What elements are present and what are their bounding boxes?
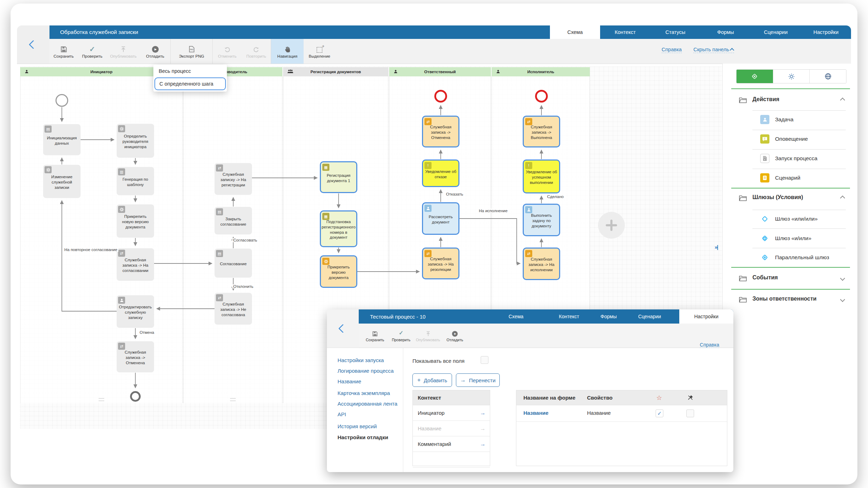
section-actions[interactable]: Действия xyxy=(723,96,851,105)
add-node-button[interactable] xyxy=(598,212,625,239)
start-event[interactable] xyxy=(55,94,68,107)
palette-item-notification[interactable]: Оповещение xyxy=(760,134,808,144)
help-link[interactable]: Справка xyxy=(700,342,719,348)
flow-node[interactable]: ⇄ Служебная записка -> Не согласована xyxy=(215,293,252,325)
validate-button[interactable]: ✓ Проверить xyxy=(388,326,415,345)
section-gateways[interactable]: Шлюзы (Условия) xyxy=(723,194,851,203)
tab-context[interactable]: Контекст xyxy=(600,25,650,39)
palette-tab-zones[interactable] xyxy=(810,70,846,83)
save-button[interactable]: Сохранить xyxy=(362,326,388,345)
flow-node[interactable]: ⇄ Служебная записка -> Отменена xyxy=(422,116,459,147)
flow-node[interactable]: ▥ Генерация по шаблону xyxy=(117,167,154,195)
menu-item-associated-feed[interactable]: Ассоциированная лента xyxy=(338,401,397,407)
section-responsibility-zones[interactable]: Зоны ответственности xyxy=(723,296,851,304)
table-row[interactable]: Название Название ✓ xyxy=(516,405,727,422)
palette-item-gateway-xor[interactable]: Шлюз «или/или» xyxy=(760,214,818,224)
flow-node[interactable]: ▤ Согласование xyxy=(215,249,252,278)
tab-settings[interactable]: Настройки xyxy=(679,309,733,324)
validate-button[interactable]: ✓ Проверить xyxy=(78,39,107,64)
transfer-arrow-icon[interactable]: → xyxy=(480,441,486,447)
tab-context[interactable]: Контекст xyxy=(559,309,579,324)
table-row[interactable]: Комментарий → xyxy=(413,436,490,452)
palette-tab-settings[interactable] xyxy=(773,70,810,83)
palette-item-gateway-parallel[interactable]: Параллельный шлюз xyxy=(760,252,829,262)
tab-forms[interactable]: Формы xyxy=(700,25,751,39)
add-button[interactable]: + Добавить xyxy=(412,373,452,387)
flow-node[interactable]: ⇄ Служебная записка -> На согласовании xyxy=(117,248,154,281)
menu-item-version-history[interactable]: История версий xyxy=(338,423,377,429)
redo-button[interactable]: Повторить xyxy=(242,39,271,64)
end-event[interactable] xyxy=(130,391,141,402)
flow-node[interactable]: ! Уведомление об отказе xyxy=(422,159,459,187)
table-row[interactable]: Название → xyxy=(413,421,490,436)
lane-resize-handle[interactable] xyxy=(230,398,236,401)
transfer-arrow-icon[interactable]: → xyxy=(480,410,486,416)
end-event-cancelled[interactable] xyxy=(434,90,447,103)
section-events[interactable]: События xyxy=(723,274,851,283)
help-link[interactable]: Справка xyxy=(662,47,682,53)
flow-node[interactable]: Отредактировать служебную записку xyxy=(117,295,154,328)
back-button[interactable] xyxy=(327,309,359,348)
lane-header-executor[interactable]: Исполнитель xyxy=(492,67,590,76)
debug-button[interactable]: ▶ Отладить xyxy=(441,326,468,345)
menu-item-instance-card[interactable]: Карточка экземпляра xyxy=(338,390,390,396)
flow-node[interactable]: ⇄ Служебная записка -> На резолюции xyxy=(422,248,459,279)
palette-item-start-process[interactable]: Запуск процесса xyxy=(760,153,817,163)
field-name-link[interactable]: Название xyxy=(523,410,549,416)
flow-node[interactable]: Рассмотреть документ xyxy=(422,202,459,235)
tab-settings[interactable]: Настройки xyxy=(801,25,851,39)
menu-item-name[interactable]: Название xyxy=(338,378,361,384)
palette-item-scenario[interactable]: Сценарий xyxy=(760,173,800,183)
save-button[interactable]: Сохранить xyxy=(49,39,78,64)
flow-node[interactable]: ⇄ Служебная записка -> На исполнении xyxy=(523,248,560,280)
export-png-button[interactable]: PNG Экспорт PNG xyxy=(171,39,212,64)
tab-scenarios[interactable]: Сценарии xyxy=(638,309,661,324)
end-event-done[interactable] xyxy=(535,90,548,103)
tab-schema[interactable]: Схема xyxy=(509,309,523,324)
lane-header-responsible[interactable]: Ответственный xyxy=(389,67,491,76)
tab-scenarios[interactable]: Сценарии xyxy=(751,25,801,39)
flow-node[interactable]: ⇄ Служебная записка -> Выполнена xyxy=(523,116,560,147)
flow-node[interactable]: Определить руководителя инициатора xyxy=(117,124,154,158)
flow-node[interactable]: Прикрепить версию документа xyxy=(320,255,357,288)
menu-item-process-logging[interactable]: Логирование процесса xyxy=(338,368,394,374)
tab-schema[interactable]: Схема xyxy=(550,25,600,39)
menu-item-launch-settings[interactable]: Настройки запуска xyxy=(338,357,384,363)
lane-resize-handle[interactable] xyxy=(99,398,104,401)
tab-statuses[interactable]: Статусы xyxy=(650,25,700,39)
flow-node[interactable]: ▦ Подстановка регистрационного номера в … xyxy=(320,210,357,247)
flow-node[interactable]: ▤ Инициализация данных xyxy=(43,124,81,155)
flow-node[interactable]: ⇄ Служебная записка -> Отменена xyxy=(117,341,154,372)
debug-menu-item-from-step[interactable]: С определенного шага xyxy=(154,77,226,90)
menu-item-api[interactable]: API xyxy=(338,411,346,417)
flow-node[interactable]: ⇄ Служебная записку -> На регистрации xyxy=(215,163,252,195)
navigation-tool-button[interactable]: Навигация xyxy=(271,39,304,64)
collapse-panel-handle[interactable]: »| xyxy=(715,244,718,250)
palette-item-task[interactable]: Задача xyxy=(760,115,793,124)
publish-button[interactable]: Опубликовать xyxy=(415,326,441,345)
flow-node[interactable]: Изменение служебной записки xyxy=(43,165,81,198)
debug-button[interactable]: ▶ Отладить xyxy=(140,39,170,64)
selection-tool-button[interactable]: + Выделение xyxy=(304,39,335,64)
flow-node[interactable]: Прикрепить новую версию документа xyxy=(117,204,154,238)
flow-node[interactable]: ▤ Закрыть согласование xyxy=(215,207,252,234)
move-button[interactable]: → Перенести xyxy=(456,373,500,387)
palette-item-gateway-or[interactable]: Шлюз «и/или» xyxy=(760,233,811,243)
hide-panel-link[interactable]: Скрыть панель xyxy=(693,47,734,53)
menu-item-debug-settings[interactable]: Настройки отладки xyxy=(338,434,388,440)
undo-button[interactable]: Отменить xyxy=(213,39,242,64)
transfer-arrow-icon[interactable]: → xyxy=(480,425,486,432)
flow-node[interactable]: Выполнить задачу по документу xyxy=(523,204,560,236)
show-all-fields-checkbox[interactable] xyxy=(481,356,488,364)
back-button[interactable] xyxy=(17,25,49,64)
lane-header-registration[interactable]: Регистрация документов xyxy=(283,67,388,76)
flow-node[interactable]: ▦ Регистрация документа 1 xyxy=(320,161,357,193)
publish-button[interactable]: Опубликовать xyxy=(107,39,140,64)
palette-tab-elements[interactable] xyxy=(737,70,773,83)
debug-menu-item-whole-process[interactable]: Весь процесс xyxy=(153,65,227,77)
starred-checkbox[interactable]: ✓ xyxy=(656,409,663,417)
flow-node[interactable]: ! Уведомление об успешном выполнении xyxy=(523,159,560,193)
table-row[interactable]: Инициатор → xyxy=(413,405,490,421)
pinned-checkbox[interactable] xyxy=(686,409,694,417)
tab-forms[interactable]: Формы xyxy=(600,309,617,324)
